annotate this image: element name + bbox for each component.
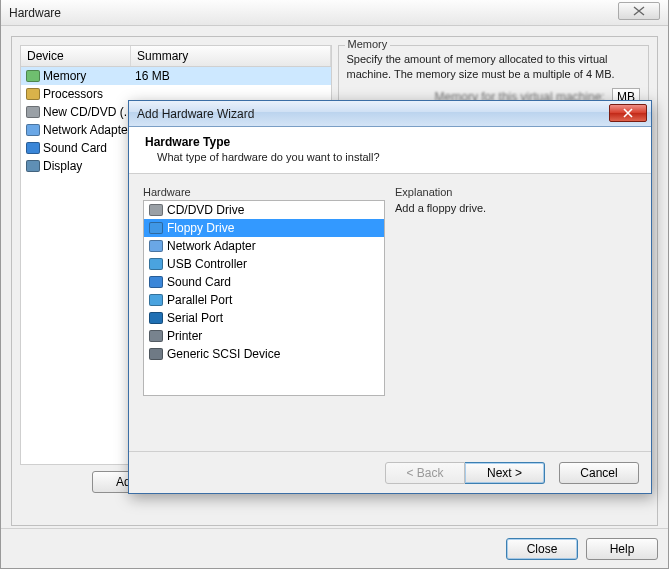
hardware-type-item[interactable]: Serial Port	[144, 309, 384, 327]
device-name: Processors	[43, 87, 135, 101]
main-titlebar: Hardware	[1, 0, 668, 26]
hardware-type-label: Generic SCSI Device	[167, 347, 280, 361]
hardware-type-label: Sound Card	[167, 275, 231, 289]
sound-icon	[25, 140, 41, 156]
wizard-header-sub: What type of hardware do you want to ins…	[145, 151, 635, 163]
device-row[interactable]: Memory16 MB	[21, 67, 331, 85]
col-device-header[interactable]: Device	[21, 46, 131, 66]
main-title: Hardware	[9, 6, 61, 20]
hardware-type-label: Serial Port	[167, 311, 223, 325]
wizard-close-button[interactable]	[609, 104, 647, 122]
hardware-type-label: Network Adapter	[167, 239, 256, 253]
device-name: Network Adapte	[43, 123, 135, 137]
device-table-header: Device Summary	[21, 46, 331, 67]
hardware-type-label: Parallel Port	[167, 293, 232, 307]
cd-icon	[25, 104, 41, 120]
add-hardware-wizard: Add Hardware Wizard Hardware Type What t…	[128, 100, 652, 494]
close-button[interactable]: Close	[506, 538, 578, 560]
next-button[interactable]: Next >	[465, 462, 545, 484]
wizard-header-title: Hardware Type	[145, 135, 635, 149]
scsi-icon	[148, 346, 164, 362]
hardware-type-label: Floppy Drive	[167, 221, 234, 235]
serial-icon	[148, 310, 164, 326]
device-name: Memory	[43, 69, 135, 83]
wizard-header: Hardware Type What type of hardware do y…	[129, 127, 651, 174]
floppy-icon	[148, 220, 164, 236]
hardware-type-item[interactable]: Sound Card	[144, 273, 384, 291]
hardware-type-label: CD/DVD Drive	[167, 203, 244, 217]
device-name: Display	[43, 159, 135, 173]
cpu-icon	[25, 86, 41, 102]
wizard-body: Hardware CD/DVD DriveFloppy DriveNetwork…	[129, 174, 651, 442]
wizard-titlebar[interactable]: Add Hardware Wizard	[129, 101, 651, 127]
hardware-type-label: USB Controller	[167, 257, 247, 271]
main-bottom-bar: Close Help	[1, 528, 668, 568]
memory-legend: Memory	[345, 38, 391, 50]
memory-desc-2: machine. The memory size must be a multi…	[347, 67, 641, 82]
explanation-text: Add a floppy drive.	[395, 202, 637, 214]
hardware-type-item[interactable]: CD/DVD Drive	[144, 201, 384, 219]
close-icon	[632, 6, 646, 16]
device-summary: 16 MB	[135, 69, 327, 83]
hardware-types-label: Hardware	[143, 186, 385, 198]
back-button[interactable]: < Back	[385, 462, 465, 484]
printer-icon	[148, 328, 164, 344]
hardware-type-item[interactable]: USB Controller	[144, 255, 384, 273]
hardware-type-label: Printer	[167, 329, 202, 343]
network-icon	[148, 238, 164, 254]
hardware-type-item[interactable]: Parallel Port	[144, 291, 384, 309]
hardware-type-list[interactable]: CD/DVD DriveFloppy DriveNetwork AdapterU…	[143, 200, 385, 396]
hardware-type-item[interactable]: Printer	[144, 327, 384, 345]
hardware-type-item[interactable]: Floppy Drive	[144, 219, 384, 237]
hardware-type-item[interactable]: Network Adapter	[144, 237, 384, 255]
network-icon	[25, 122, 41, 138]
col-summary-header[interactable]: Summary	[131, 46, 331, 66]
help-button[interactable]: Help	[586, 538, 658, 560]
hardware-type-item[interactable]: Generic SCSI Device	[144, 345, 384, 363]
main-close-button[interactable]	[618, 2, 660, 20]
sound-icon	[148, 274, 164, 290]
display-icon	[25, 158, 41, 174]
device-name: Sound Card	[43, 141, 135, 155]
memory-desc-1: Specify the amount of memory allocated t…	[347, 52, 641, 67]
explanation-label: Explanation	[395, 186, 637, 198]
close-icon	[622, 108, 634, 118]
wizard-title: Add Hardware Wizard	[137, 107, 254, 121]
memory-icon	[25, 68, 41, 84]
device-name: New CD/DVD (.	[43, 105, 135, 119]
wizard-footer: < Back Next > Cancel	[129, 451, 651, 493]
usb-icon	[148, 256, 164, 272]
parallel-icon	[148, 292, 164, 308]
cd-icon	[148, 202, 164, 218]
cancel-button[interactable]: Cancel	[559, 462, 639, 484]
